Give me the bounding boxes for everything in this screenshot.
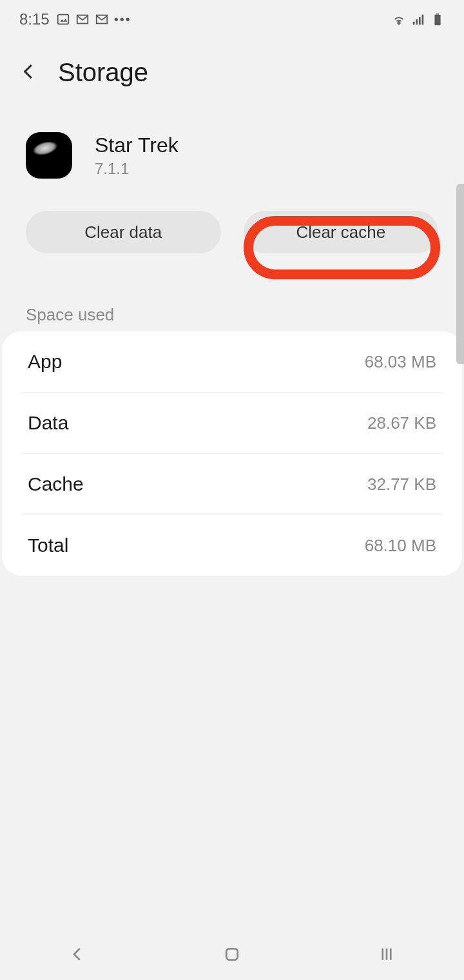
svg-rect-5 bbox=[416, 19, 418, 24]
svg-rect-8 bbox=[434, 15, 440, 25]
button-row: Clear data Clear cache bbox=[0, 191, 464, 273]
page-title: Storage bbox=[58, 58, 148, 87]
svg-rect-7 bbox=[422, 15, 424, 25]
app-icon bbox=[26, 132, 72, 179]
status-time: 8:15 bbox=[19, 10, 50, 28]
app-header: Star Trek 7.1.1 bbox=[0, 106, 464, 191]
row-value: 68.10 MB bbox=[365, 536, 436, 556]
svg-marker-1 bbox=[60, 19, 67, 22]
row-label: App bbox=[28, 351, 62, 373]
row-label: Data bbox=[28, 412, 68, 434]
svg-rect-6 bbox=[419, 17, 421, 24]
mail-icon bbox=[75, 12, 90, 26]
status-bar: 8:15 ••• bbox=[0, 0, 464, 39]
battery-icon bbox=[430, 12, 445, 26]
svg-rect-9 bbox=[436, 14, 439, 15]
svg-rect-10 bbox=[226, 948, 238, 960]
row-cache: Cache 32.77 KB bbox=[21, 453, 443, 514]
row-total: Total 68.10 MB bbox=[21, 514, 443, 576]
space-used-card: App 68.03 MB Data 28.67 KB Cache 32.77 K… bbox=[2, 331, 462, 576]
more-icon: ••• bbox=[114, 12, 131, 27]
wifi-icon bbox=[392, 12, 406, 26]
row-value: 28.67 KB bbox=[367, 413, 436, 433]
row-app: App 68.03 MB bbox=[2, 331, 462, 392]
app-name: Star Trek bbox=[95, 133, 179, 157]
row-label: Cache bbox=[28, 473, 84, 495]
status-icons: ••• bbox=[56, 12, 131, 27]
svg-rect-0 bbox=[57, 15, 68, 24]
back-icon[interactable] bbox=[19, 58, 39, 87]
nav-bar bbox=[0, 928, 464, 980]
nav-home-icon[interactable] bbox=[216, 938, 248, 970]
row-value: 32.77 KB bbox=[367, 475, 436, 495]
clear-cache-button[interactable]: Clear cache bbox=[244, 211, 439, 253]
status-left: 8:15 ••• bbox=[19, 10, 131, 28]
scrollbar[interactable] bbox=[456, 184, 464, 364]
nav-recent-icon[interactable] bbox=[371, 938, 403, 970]
row-value: 68.03 MB bbox=[365, 352, 436, 372]
header: Storage bbox=[0, 39, 464, 106]
row-label: Total bbox=[28, 534, 68, 556]
status-right bbox=[392, 12, 445, 26]
clear-data-button[interactable]: Clear data bbox=[26, 211, 221, 253]
signal-icon bbox=[411, 12, 425, 26]
picture-icon bbox=[56, 12, 70, 26]
app-version: 7.1.1 bbox=[95, 160, 179, 178]
mail-icon bbox=[95, 12, 109, 26]
row-data: Data 28.67 KB bbox=[21, 392, 443, 453]
nav-back-icon[interactable] bbox=[61, 938, 93, 970]
svg-rect-4 bbox=[413, 22, 415, 25]
section-label: Space used bbox=[0, 273, 464, 331]
